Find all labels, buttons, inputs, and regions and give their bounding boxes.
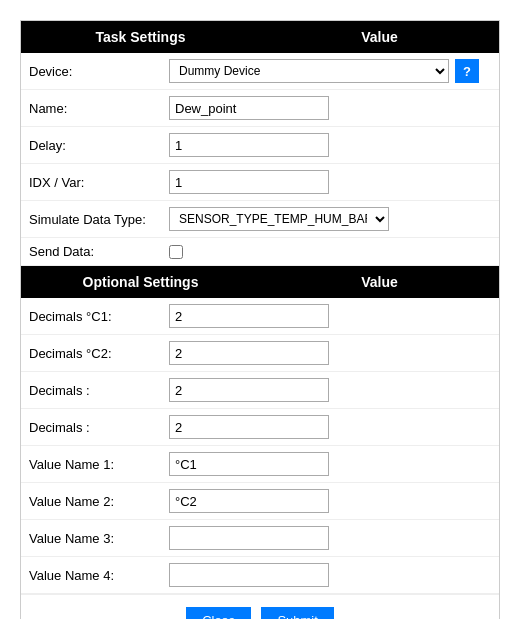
simulate-row: Simulate Data Type: SENSOR_TYPE_TEMP_HUM…: [21, 201, 499, 238]
close-button[interactable]: Close: [186, 607, 251, 619]
send-data-checkbox[interactable]: [169, 245, 183, 259]
name-label: Name:: [29, 101, 169, 116]
submit-button[interactable]: Submit: [261, 607, 333, 619]
value-name4-row: Value Name 4:: [21, 557, 499, 594]
decimals4-input[interactable]: [169, 415, 329, 439]
decimals4-row: Decimals :: [21, 409, 499, 446]
device-label: Device:: [29, 64, 169, 79]
value-name2-input[interactable]: [169, 489, 329, 513]
name-value-container: [169, 96, 491, 120]
value-name1-value-container: [169, 452, 491, 476]
send-data-label: Send Data:: [29, 244, 169, 259]
footer-buttons: Close Submit: [21, 594, 499, 619]
simulate-select[interactable]: SENSOR_TYPE_TEMP_HUM_BARO SENSOR_TYPE_TE…: [169, 207, 389, 231]
name-row: Name:: [21, 90, 499, 127]
decimals-c1-input[interactable]: [169, 304, 329, 328]
value-name3-input[interactable]: [169, 526, 329, 550]
device-value-container: Dummy Device ?: [169, 59, 491, 83]
decimals3-label: Decimals :: [29, 383, 169, 398]
value-name4-value-container: [169, 563, 491, 587]
name-input[interactable]: [169, 96, 329, 120]
send-data-row: Send Data:: [21, 238, 499, 266]
optional-settings-header: Optional Settings Value: [21, 266, 499, 298]
decimals3-input[interactable]: [169, 378, 329, 402]
task-settings-header: Task Settings Value: [21, 21, 499, 53]
form-container: Task Settings Value Device: Dummy Device…: [20, 20, 500, 619]
decimals-c1-value-container: [169, 304, 491, 328]
value-name4-input[interactable]: [169, 563, 329, 587]
decimals-c1-row: Decimals °C1:: [21, 298, 499, 335]
value-name1-input[interactable]: [169, 452, 329, 476]
decimals-c2-value-container: [169, 341, 491, 365]
delay-value-container: [169, 133, 491, 157]
simulate-value-container: SENSOR_TYPE_TEMP_HUM_BARO SENSOR_TYPE_TE…: [169, 207, 491, 231]
decimals-c1-label: Decimals °C1:: [29, 309, 169, 324]
idx-value-container: [169, 170, 491, 194]
value-name2-row: Value Name 2:: [21, 483, 499, 520]
decimals3-row: Decimals :: [21, 372, 499, 409]
decimals3-value-container: [169, 378, 491, 402]
idx-input[interactable]: [169, 170, 329, 194]
delay-label: Delay:: [29, 138, 169, 153]
value-name4-label: Value Name 4:: [29, 568, 169, 583]
value-name1-row: Value Name 1:: [21, 446, 499, 483]
decimals4-label: Decimals :: [29, 420, 169, 435]
header-optional-settings: Optional Settings: [21, 266, 260, 298]
value-name3-row: Value Name 3:: [21, 520, 499, 557]
header-value: Value: [260, 21, 499, 53]
value-name3-value-container: [169, 526, 491, 550]
delay-row: Delay:: [21, 127, 499, 164]
value-name1-label: Value Name 1:: [29, 457, 169, 472]
header-optional-value: Value: [260, 266, 499, 298]
decimals-c2-label: Decimals °C2:: [29, 346, 169, 361]
simulate-label: Simulate Data Type:: [29, 212, 169, 227]
device-row: Device: Dummy Device ?: [21, 53, 499, 90]
help-button[interactable]: ?: [455, 59, 479, 83]
decimals4-value-container: [169, 415, 491, 439]
delay-input[interactable]: [169, 133, 329, 157]
device-select[interactable]: Dummy Device: [169, 59, 449, 83]
idx-row: IDX / Var:: [21, 164, 499, 201]
decimals-c2-input[interactable]: [169, 341, 329, 365]
header-task-settings: Task Settings: [21, 21, 260, 53]
decimals-c2-row: Decimals °C2:: [21, 335, 499, 372]
send-data-value-container: [169, 245, 491, 259]
idx-label: IDX / Var:: [29, 175, 169, 190]
value-name2-value-container: [169, 489, 491, 513]
value-name3-label: Value Name 3:: [29, 531, 169, 546]
value-name2-label: Value Name 2:: [29, 494, 169, 509]
